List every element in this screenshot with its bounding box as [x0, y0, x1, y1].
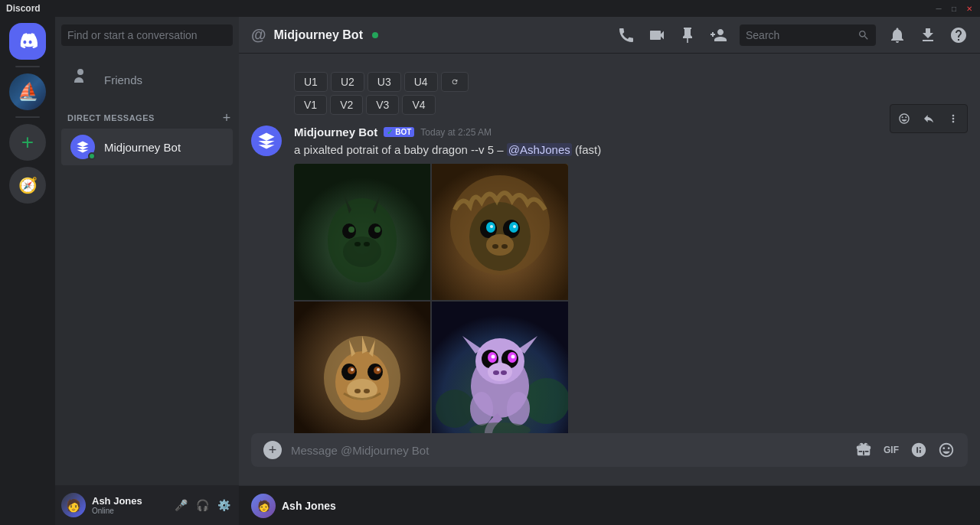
dm-section-header: DIRECT MESSAGES +: [55, 99, 239, 127]
svg-point-8: [364, 242, 370, 246]
chat-add-button[interactable]: +: [263, 441, 282, 459]
help-button[interactable]: [949, 26, 968, 44]
user-controls: 🎤 🎧 ⚙️: [172, 496, 233, 514]
chat-message-input[interactable]: [291, 444, 845, 457]
svg-point-46: [501, 370, 507, 375]
deafen-button[interactable]: 🎧: [193, 496, 211, 514]
svg-point-6: [343, 236, 381, 267]
server-icon-boat[interactable]: ⛵: [9, 73, 46, 110]
titlebar: Discord ─ □ ✕: [0, 0, 980, 17]
pins-button[interactable]: [678, 26, 697, 44]
emoji-button[interactable]: [937, 441, 956, 459]
chat-input-actions: GIF: [854, 441, 956, 459]
svg-point-20: [501, 244, 508, 249]
svg-point-47: [470, 392, 493, 426]
maximize-button[interactable]: □: [949, 4, 959, 13]
user-mention[interactable]: @AshJones: [507, 143, 572, 156]
app-layout: ⛵ + 🧭: [0, 17, 980, 525]
svg-point-3: [348, 227, 354, 233]
dm-panel: Friends DIRECT MESSAGES + Midjourney Bot…: [55, 17, 239, 525]
server-icon-home[interactable]: [9, 23, 46, 60]
channel-status-dot: [372, 32, 378, 38]
download-button[interactable]: [919, 26, 937, 44]
dm-section-label: DIRECT MESSAGES: [67, 113, 155, 122]
message-content: Midjourney Bot ✓ BOT Today at 2:25 AM a …: [294, 126, 968, 433]
user-bar: 🧑 Ash Jones Online 🎤 🎧 ⚙️: [55, 485, 239, 525]
previous-message-actions: U1 U2 U3 U4 V1 V2 V3 V4: [239, 66, 980, 116]
ash-jones-name: Ash Jones: [282, 500, 336, 512]
svg-point-48: [507, 392, 530, 426]
chat-area: @ Midjourney Bot: [239, 17, 980, 525]
dragon-image-2[interactable]: [432, 164, 568, 300]
prev-u3-button[interactable]: U3: [368, 72, 401, 92]
generated-images-grid: [294, 164, 568, 433]
message-body-text: a pixalted potrait of a baby dragon --v …: [294, 143, 504, 156]
mute-button[interactable]: 🎤: [172, 496, 190, 514]
svg-point-17: [513, 225, 516, 228]
titlebar-controls[interactable]: ─ □ ✕: [934, 4, 974, 13]
close-button[interactable]: ✕: [965, 4, 974, 13]
message-search-box[interactable]: [740, 24, 876, 46]
gif-button[interactable]: GIF: [882, 441, 900, 459]
minimize-button[interactable]: ─: [934, 4, 943, 13]
search-input[interactable]: [61, 24, 233, 46]
titlebar-title: Discord: [6, 3, 41, 14]
prev-v4-button[interactable]: V4: [402, 95, 435, 115]
ash-jones-avatar: 🧑: [251, 494, 276, 518]
server-list: ⛵ + 🧭: [0, 17, 55, 525]
svg-point-44: [488, 363, 512, 381]
dragon-image-4[interactable]: [432, 302, 568, 433]
server-divider: [15, 66, 40, 67]
friends-label: Friends: [104, 73, 142, 86]
gift-button[interactable]: [854, 441, 873, 459]
call-button[interactable]: [617, 26, 635, 44]
message-speed: (fast): [575, 143, 601, 156]
prev-u4-button[interactable]: U4: [404, 72, 438, 92]
add-member-button[interactable]: [709, 26, 727, 44]
svg-point-18: [486, 234, 514, 256]
dm-user-item-midjourney[interactable]: Midjourney Bot: [61, 129, 233, 165]
prev-v2-button[interactable]: V2: [330, 95, 363, 115]
add-server-button[interactable]: +: [9, 124, 46, 161]
prev-v3-button[interactable]: V3: [366, 95, 399, 115]
prev-action-buttons: U1 U2 U3 U4: [251, 72, 968, 92]
prev-v1-button[interactable]: V1: [294, 95, 327, 115]
bot-badge-label: BOT: [395, 128, 411, 136]
settings-button[interactable]: ⚙️: [214, 496, 233, 514]
prev-u1-button[interactable]: U1: [294, 72, 328, 92]
friends-button[interactable]: Friends: [61, 61, 233, 98]
message-header: Midjourney Bot ✓ BOT Today at 2:25 AM: [294, 126, 968, 139]
svg-point-31: [354, 389, 361, 393]
prev-refresh-button[interactable]: [441, 72, 469, 92]
svg-point-7: [354, 242, 361, 246]
message-author: Midjourney Bot: [294, 126, 377, 139]
chat-input-area: + GIF: [239, 433, 980, 485]
react-button[interactable]: [893, 108, 915, 129]
dragon-image-3[interactable]: [294, 302, 430, 433]
titlebar-left: Discord: [6, 3, 41, 14]
midjourney-bot-avatar: [70, 135, 95, 159]
reply-button[interactable]: [918, 108, 939, 129]
at-symbol: @: [251, 26, 266, 44]
dm-search-container: [55, 17, 239, 54]
chat-messages: U1 U2 U3 U4 V1 V2 V3 V4: [239, 54, 980, 433]
explore-servers-button[interactable]: 🧭: [9, 167, 46, 204]
svg-point-14: [490, 225, 493, 228]
message-search-input[interactable]: [746, 29, 853, 41]
svg-point-26: [351, 368, 354, 371]
add-dm-button[interactable]: +: [220, 112, 233, 124]
message-text: a pixalted potrait of a baby dragon --v …: [294, 142, 968, 158]
svg-point-29: [377, 368, 380, 371]
online-status-dot: [88, 152, 96, 160]
inbox-button[interactable]: [888, 26, 906, 44]
user-avatar: 🧑: [61, 493, 86, 517]
new-dm-container: [55, 54, 239, 60]
dragon-image-1[interactable]: [294, 164, 430, 300]
sticker-button[interactable]: [910, 441, 928, 459]
channel-name: Midjourney Bot: [274, 28, 363, 42]
bottom-ash-jones-bar: 🧑 Ash Jones: [239, 485, 980, 525]
more-actions-button[interactable]: [942, 108, 964, 129]
video-button[interactable]: [648, 26, 666, 44]
prev-u2-button[interactable]: U2: [331, 72, 364, 92]
message-timestamp: Today at 2:25 AM: [420, 127, 492, 138]
